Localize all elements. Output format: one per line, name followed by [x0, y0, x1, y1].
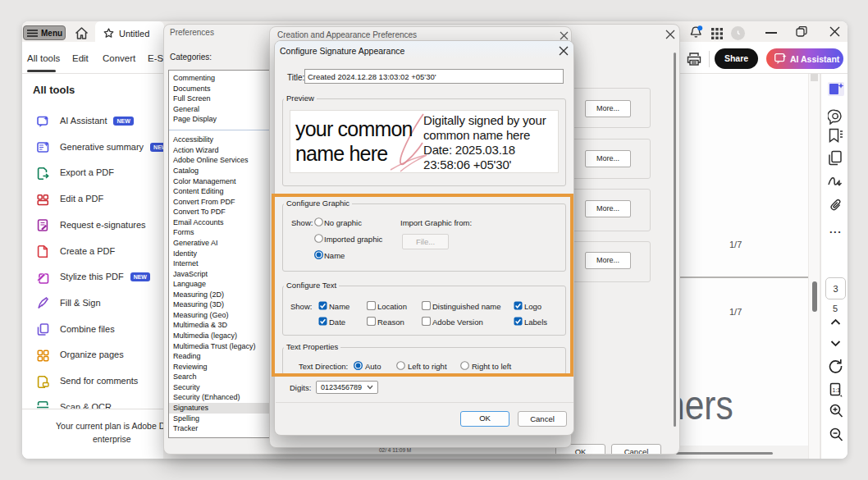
svg-text:1:1: 1:1 [833, 387, 841, 393]
